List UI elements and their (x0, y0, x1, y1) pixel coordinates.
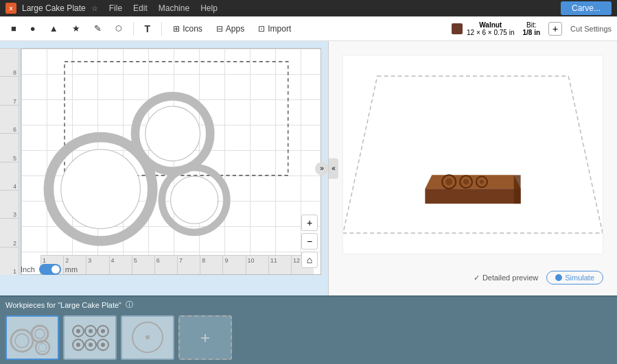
pen-tool-button[interactable]: ✎ (89, 21, 107, 36)
ruler-h-mark-10: 10 (246, 256, 268, 274)
workpiece-1-preview (8, 319, 56, 356)
ruler-mark-8: 8 (0, 48, 19, 76)
detailed-preview-control[interactable]: ✓ Detailed preview (474, 274, 538, 282)
icons-button[interactable]: ⊞ Icons (167, 21, 208, 36)
large-circle-inner (61, 149, 141, 229)
svg-point-16 (76, 329, 80, 333)
nodes-tool-button[interactable]: ⬡ (110, 21, 128, 36)
apps-icon: ⊟ (216, 24, 223, 34)
ruler-mark-7: 7 (0, 76, 19, 104)
simulate-button[interactable]: Simulate (546, 271, 603, 284)
ruler-h-mark-5: 5 (132, 256, 154, 274)
ruler-h-mark-6: 6 (154, 256, 177, 274)
svg-point-28 (145, 335, 150, 339)
ruler-mark-1: 1 (0, 247, 19, 275)
bit-label: Bit: (526, 21, 536, 29)
toggle-knob (51, 265, 60, 274)
machine-menu[interactable]: Machine (159, 3, 189, 13)
ruler-left: 1 2 3 4 5 6 7 8 (0, 48, 19, 275)
workpiece-2-preview (66, 319, 114, 356)
ruler-mark-6: 6 (0, 105, 19, 133)
square-icon: ■ (11, 23, 16, 34)
svg-point-12 (35, 329, 45, 339)
svg-point-4 (445, 178, 452, 185)
svg-point-13 (36, 341, 49, 354)
text-tool-button[interactable]: T (139, 21, 156, 37)
app-title: Large Cake Plate (22, 3, 86, 13)
ruler-mark-2: 2 (0, 218, 19, 246)
add-workpiece-icon: + (200, 328, 210, 348)
edit-menu[interactable]: Edit (133, 3, 148, 13)
material-color-swatch (452, 23, 463, 34)
ruler-mark-4: 4 (0, 162, 19, 190)
carve-button[interactable]: Carve... (561, 1, 612, 15)
canvas-inner[interactable]: 1 2 3 4 5 6 7 8 9 10 11 12 (21, 48, 321, 275)
zoom-out-button[interactable]: − (301, 233, 318, 250)
bit-size: 1/8 in (523, 29, 541, 36)
material-info[interactable]: Walnut 12 × 6 × 0.75 in (452, 21, 515, 36)
unit-toggle[interactable] (39, 264, 61, 275)
app-icon: X (5, 3, 16, 14)
ruler-h-mark-7: 7 (177, 256, 200, 274)
unit-inch-label: Inch (21, 265, 35, 274)
add-material-button[interactable]: + (548, 22, 562, 36)
workpieces-info-icon[interactable]: ⓘ (126, 300, 133, 310)
toolbar-right: Walnut 12 × 6 × 0.75 in Bit: 1/8 in + Cu… (452, 21, 612, 36)
svg-point-10 (15, 334, 29, 348)
svg-point-11 (32, 326, 48, 342)
simulate-label: Simulate (565, 274, 594, 282)
material-name: Walnut (479, 21, 502, 29)
star-tool-button[interactable]: ★ (67, 21, 86, 36)
svg-marker-2 (514, 175, 521, 204)
svg-point-6 (463, 179, 469, 184)
help-menu[interactable]: Help (200, 3, 218, 13)
file-menu[interactable]: File (109, 3, 122, 13)
zoom-reset-button[interactable]: ⌂ (301, 252, 318, 268)
ruler-h-mark-11: 11 (268, 256, 291, 274)
cut-settings-button[interactable]: Cut Settings (570, 25, 612, 33)
favorite-star[interactable]: ☆ (91, 4, 98, 13)
medium-circle-inner (145, 106, 200, 161)
triangle-tool-button[interactable]: ▲ (44, 21, 64, 36)
svg-rect-1 (425, 189, 520, 204)
svg-point-26 (101, 343, 105, 347)
nodes-icon: ⬡ (115, 24, 122, 33)
svg-point-14 (38, 343, 47, 352)
workpiece-item-1[interactable] (5, 315, 59, 360)
svg-point-24 (89, 343, 93, 347)
ruler-h-mark-3: 3 (86, 256, 108, 274)
bottom-controls: Inch mm (21, 264, 78, 275)
preview-area: « (329, 41, 617, 295)
detailed-preview-label: Detailed preview (482, 274, 538, 282)
toolbar: ■ ● ▲ ★ ✎ ⬡ T ⊞ Icons ⊟ Apps ⊡ Import Wa… (0, 16, 617, 41)
collapse-right-panel-toggle[interactable]: » (315, 162, 329, 175)
material-dimensions: 12 × 6 × 0.75 in (467, 29, 515, 36)
zoom-in-button[interactable]: + (301, 215, 318, 231)
square-tool-button[interactable]: ■ (5, 21, 22, 36)
import-label: Import (268, 24, 291, 34)
apps-button[interactable]: ⊟ Apps (211, 21, 250, 36)
workpiece-add-new[interactable]: + (178, 315, 232, 360)
icons-icon: ⊞ (173, 24, 180, 34)
collapse-left-panel-toggle[interactable]: « (329, 158, 338, 179)
workpiece-item-3[interactable] (121, 315, 174, 360)
unit-mm-label: mm (65, 265, 78, 274)
title-bar: X Large Cake Plate ☆ File Edit Machine H… (0, 0, 617, 16)
ruler-h-mark-9: 9 (222, 256, 245, 274)
canvas-svg (21, 49, 321, 274)
canvas-area[interactable]: 1 2 3 4 5 6 7 8 (0, 41, 329, 295)
apps-label: Apps (226, 24, 244, 34)
import-button[interactable]: ⊡ Import (253, 21, 296, 36)
workpiece-item-2[interactable] (63, 315, 117, 360)
workpieces-header: Workpieces for "Large Cake Plate" ⓘ (0, 297, 617, 313)
ruler-bottom: 1 2 3 4 5 6 7 8 9 10 11 12 (40, 255, 314, 274)
workpiece-3-preview (124, 319, 172, 356)
material-details: Walnut 12 × 6 × 0.75 in (467, 21, 515, 36)
circle-tool-button[interactable]: ● (25, 21, 41, 36)
wood-plank-3d (425, 175, 520, 204)
workpieces-items: + (0, 313, 617, 363)
ruler-h-mark-4: 4 (109, 256, 132, 274)
pen-icon: ✎ (94, 23, 102, 34)
preview-bottom-controls: ✓ Detailed preview Simulate (474, 271, 603, 284)
separator-2 (161, 22, 162, 36)
